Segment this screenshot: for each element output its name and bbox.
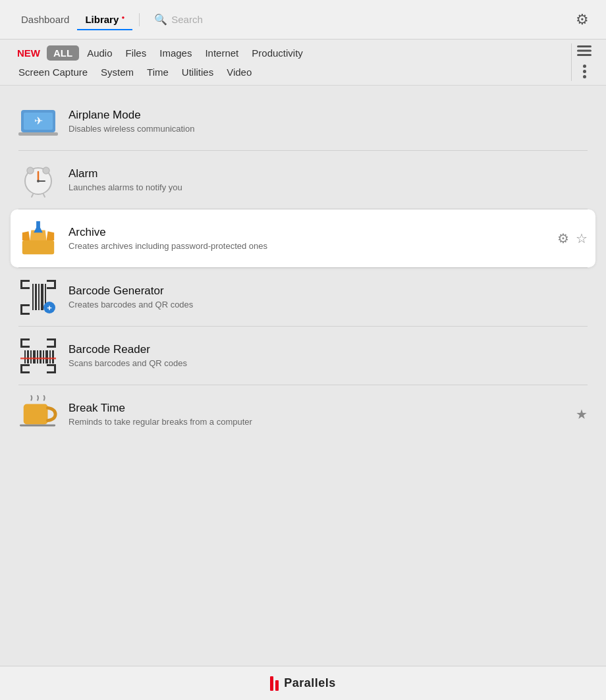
filter-utilities[interactable]: Utilities bbox=[177, 65, 219, 80]
svg-rect-45 bbox=[30, 350, 32, 363]
svg-rect-59 bbox=[47, 364, 56, 366]
svg-rect-52 bbox=[52, 350, 54, 363]
bar1 bbox=[270, 676, 273, 691]
svg-rect-42 bbox=[47, 346, 56, 348]
svg-point-8 bbox=[27, 167, 34, 174]
list-view-button[interactable] bbox=[576, 43, 593, 59]
svg-rect-23 bbox=[20, 287, 30, 289]
svg-marker-16 bbox=[22, 231, 30, 240]
alarm-icon bbox=[18, 160, 58, 200]
list-item-airplane-mode[interactable]: ✈ Airplane Mode Disables wireless commun… bbox=[11, 92, 595, 150]
filter-video[interactable]: Video bbox=[221, 65, 257, 80]
svg-rect-1 bbox=[577, 50, 592, 52]
filter-all[interactable]: ALL bbox=[47, 45, 79, 61]
filter-system[interactable]: System bbox=[96, 65, 139, 80]
filter-row2: Screen Capture System Time Utilities Vid… bbox=[13, 63, 567, 80]
list-item-alarm[interactable]: Alarm Launches alarms to notify you bbox=[11, 151, 595, 209]
svg-point-9 bbox=[43, 167, 49, 174]
svg-rect-51 bbox=[49, 350, 51, 363]
footer: Parallels bbox=[0, 666, 606, 700]
svg-rect-56 bbox=[20, 371, 30, 373]
svg-rect-60 bbox=[24, 404, 48, 425]
svg-rect-39 bbox=[20, 346, 30, 348]
barcode-generator-icon: + bbox=[18, 277, 58, 317]
filter-divider bbox=[571, 43, 572, 81]
alarm-title: Alarm bbox=[69, 167, 588, 180]
svg-rect-47 bbox=[37, 350, 38, 363]
svg-rect-0 bbox=[577, 45, 592, 47]
barcode-reader-desc: Scans barcodes and QR codes bbox=[69, 358, 588, 368]
svg-rect-30 bbox=[32, 284, 34, 310]
tab-dashboard[interactable]: Dashboard bbox=[13, 9, 77, 30]
break-time-text: Break Time Reminds to take regular break… bbox=[69, 402, 576, 427]
alarm-text: Alarm Launches alarms to notify you bbox=[69, 167, 588, 192]
archive-title: Archive bbox=[69, 226, 557, 239]
break-time-title: Break Time bbox=[69, 402, 576, 415]
parallels-logo: Parallels bbox=[270, 676, 336, 691]
search-box[interactable]: 🔍 Search bbox=[146, 9, 572, 30]
nav-divider bbox=[139, 13, 140, 26]
filter-images[interactable]: Images bbox=[154, 45, 197, 61]
svg-rect-31 bbox=[35, 284, 37, 310]
svg-rect-26 bbox=[47, 287, 56, 289]
filter-row1: NEW ALL Audio Files Images Internet Prod… bbox=[13, 45, 567, 61]
archive-actions: ⚙ ☆ bbox=[557, 230, 588, 246]
header: Dashboard Library ● 🔍 Search ⚙ bbox=[0, 0, 606, 40]
svg-point-12 bbox=[37, 180, 40, 182]
svg-rect-6 bbox=[18, 132, 58, 136]
svg-line-13 bbox=[32, 194, 33, 197]
filter-bar: NEW ALL Audio Files Images Internet Prod… bbox=[0, 40, 606, 86]
tab-library[interactable]: Library ● bbox=[77, 9, 132, 30]
svg-line-14 bbox=[43, 194, 45, 197]
barcode-reader-text: Barcode Reader Scans barcodes and QR cod… bbox=[69, 343, 588, 368]
archive-text: Archive Creates archives including passw… bbox=[69, 226, 557, 251]
search-icon: 🔍 bbox=[154, 13, 167, 26]
filter-time[interactable]: Time bbox=[142, 65, 174, 80]
svg-text:+: + bbox=[47, 303, 52, 313]
airplane-mode-icon: ✈ bbox=[18, 101, 58, 141]
svg-rect-49 bbox=[43, 350, 44, 363]
svg-rect-2 bbox=[577, 54, 592, 56]
airplane-mode-desc: Disables wireless communication bbox=[69, 124, 588, 134]
archive-gear-icon[interactable]: ⚙ bbox=[557, 230, 569, 246]
filter-internet[interactable]: Internet bbox=[200, 45, 244, 61]
svg-rect-46 bbox=[33, 350, 36, 363]
svg-rect-43 bbox=[24, 350, 26, 363]
svg-rect-29 bbox=[20, 313, 30, 315]
parallels-brand-text: Parallels bbox=[284, 676, 336, 690]
parallels-bars-icon bbox=[270, 676, 279, 691]
barcode-generator-desc: Creates barcodes and QR codes bbox=[69, 300, 588, 310]
svg-rect-48 bbox=[40, 350, 41, 363]
list-item-break-time[interactable]: Break Time Reminds to take regular break… bbox=[11, 385, 595, 443]
break-time-star-icon[interactable]: ★ bbox=[576, 406, 588, 422]
more-options-button[interactable] bbox=[580, 62, 589, 81]
archive-desc: Creates archives including password-prot… bbox=[69, 241, 557, 251]
svg-text:✈: ✈ bbox=[34, 115, 43, 126]
svg-marker-17 bbox=[47, 231, 55, 240]
filter-new[interactable]: NEW bbox=[13, 45, 44, 61]
list-item-barcode-reader[interactable]: Barcode Reader Scans barcodes and QR cod… bbox=[11, 327, 595, 385]
list-item-archive[interactable]: Archive Creates archives including passw… bbox=[11, 209, 595, 267]
dot3 bbox=[583, 75, 586, 78]
hamburger-icon bbox=[577, 45, 592, 56]
bar2 bbox=[275, 680, 279, 691]
svg-rect-32 bbox=[38, 284, 40, 310]
filter-files[interactable]: Files bbox=[121, 45, 152, 61]
list-area: ✈ Airplane Mode Disables wireless commun… bbox=[0, 86, 606, 666]
dot2 bbox=[583, 70, 586, 73]
list-item-barcode-generator[interactable]: + Barcode Generator Creates barcodes and… bbox=[11, 268, 595, 326]
filter-right-btns bbox=[576, 43, 593, 81]
gear-button[interactable]: ⚙ bbox=[572, 7, 593, 32]
barcode-reader-title: Barcode Reader bbox=[69, 343, 588, 356]
archive-star-icon[interactable]: ☆ bbox=[576, 230, 588, 246]
archive-icon bbox=[18, 219, 58, 258]
filter-screen-capture[interactable]: Screen Capture bbox=[13, 65, 93, 80]
svg-rect-50 bbox=[45, 350, 48, 363]
dot1 bbox=[583, 65, 586, 68]
barcode-reader-icon bbox=[18, 336, 58, 375]
filter-audio[interactable]: Audio bbox=[82, 45, 117, 61]
filter-productivity[interactable]: Productivity bbox=[246, 45, 308, 61]
break-time-icon bbox=[18, 394, 58, 434]
filter-rows: NEW ALL Audio Files Images Internet Prod… bbox=[13, 45, 567, 80]
airplane-mode-title: Airplane Mode bbox=[69, 109, 588, 122]
